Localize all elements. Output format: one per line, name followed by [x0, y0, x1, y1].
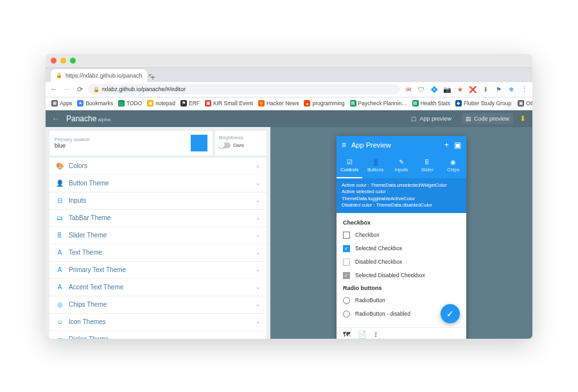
- preview-info-box: Active color : ThemeData.unselectedWidge…: [337, 178, 466, 213]
- add-icon[interactable]: +: [444, 141, 449, 149]
- lock-icon: 🔒: [93, 87, 100, 92]
- panel-icon: A: [56, 266, 64, 274]
- tab-label: Controls: [340, 167, 358, 173]
- maximize-window-button[interactable]: [70, 58, 76, 64]
- ext-icon[interactable]: ⬇: [481, 86, 490, 93]
- checkbox-item: Disabled Checkbox: [337, 255, 466, 269]
- panel-icon: 🗂: [56, 214, 64, 222]
- ext-icon[interactable]: ❄: [507, 86, 516, 93]
- hamburger-icon[interactable]: ≡: [342, 141, 346, 149]
- primary-swatch-card[interactable]: Primary swatch blue: [49, 131, 213, 155]
- bookmarks-bar: ▦Apps★Bookmarks□TODO▣notepad⚑ERF▣KIR Sma…: [46, 98, 532, 110]
- info-line: Active selected color :: [342, 189, 461, 196]
- checkbox-item[interactable]: ✓Selected Checkbox: [337, 242, 466, 255]
- panel-icon: 🎚: [56, 232, 64, 239]
- phone-preview: ≡ App Preview + ▣ ☑Controls👤Buttons✎Inpu…: [337, 136, 466, 339]
- checkbox-heading: Checkbox: [337, 217, 466, 228]
- bookmark-item[interactable]: ▤Paycheck Plannin…: [348, 100, 409, 107]
- chevron-down-icon: ⌄: [256, 284, 260, 290]
- editor-panel-item[interactable]: ⊟Inputs⌄: [49, 192, 267, 210]
- panel-icon: ▭: [56, 336, 64, 339]
- checkbox-label: Checkbox: [355, 232, 380, 238]
- ext-icon[interactable]: ⚑: [494, 86, 503, 93]
- app-back-button[interactable]: ←: [52, 114, 60, 123]
- tab-label: Slider: [421, 167, 434, 173]
- chevron-down-icon: ⌄: [256, 319, 260, 325]
- fab-button[interactable]: ✓: [441, 304, 460, 323]
- bookmark-icon: ⚑: [180, 100, 187, 107]
- nav-back-button[interactable]: ←: [49, 85, 58, 93]
- editor-panel-item[interactable]: ☺Icon Themes⌄: [49, 314, 267, 331]
- ext-icon[interactable]: ✉: [404, 86, 413, 93]
- preview-title: App Preview: [351, 141, 439, 149]
- chevron-down-icon: ⌄: [256, 232, 260, 238]
- close-window-button[interactable]: [51, 58, 57, 64]
- checkbox-item[interactable]: Checkbox: [337, 228, 466, 242]
- editor-panel-item[interactable]: AText Theme⌄: [49, 244, 267, 262]
- nav-reload-button[interactable]: ⟳: [75, 85, 84, 94]
- map-icon[interactable]: 🗺: [343, 330, 350, 338]
- editor-panel-item[interactable]: ◎Chips Theme⌄: [49, 296, 267, 314]
- app-preview-toggle[interactable]: ▢ App preview: [407, 115, 455, 122]
- bookmark-item[interactable]: ▣notepad: [145, 100, 177, 107]
- bookmark-item[interactable]: □TODO: [116, 100, 144, 107]
- editor-panel-item[interactable]: 👤Button Theme⌄: [49, 175, 267, 192]
- tab-label: Buttons: [367, 167, 383, 173]
- tab-icon: 🎚: [424, 158, 430, 166]
- download-button[interactable]: ⬇: [520, 114, 526, 123]
- bookmark-item[interactable]: ⚑ERF: [179, 100, 202, 107]
- bookmark-label: Health Stats: [421, 100, 450, 107]
- panel-label: Accent Text Theme: [69, 284, 123, 291]
- editor-panel-item[interactable]: AAccent Text Theme⌄: [49, 279, 267, 296]
- editor-panel-item[interactable]: 🎚Slider Theme⌄: [49, 227, 267, 244]
- code-preview-toggle[interactable]: ▤ Code preview: [462, 113, 513, 124]
- other-bookmarks-button[interactable]: ▣ Other Bookmarks: [516, 100, 532, 107]
- camera-icon[interactable]: ▣: [454, 141, 461, 149]
- bookmark-item[interactable]: ◆Flutter Study Group: [453, 100, 513, 107]
- tab-label: Chips: [447, 167, 459, 173]
- chevron-down-icon: ⌄: [256, 267, 260, 273]
- bookmark-icon: ●: [304, 100, 310, 107]
- preview-tab[interactable]: ☑Controls: [337, 154, 362, 178]
- panel-label: Dialog Theme: [69, 336, 109, 339]
- bookmark-item[interactable]: ▤Health Stats: [410, 100, 452, 107]
- browser-tab[interactable]: 🔒 https://rxlabz.github.io/panach ×: [51, 69, 147, 82]
- bookmark-item[interactable]: ●programming: [302, 100, 346, 107]
- radio-icon: [343, 311, 350, 318]
- browser-toolbar: ← → ⟳ 🔒 rxlabz.github.io/panache/#/edito…: [46, 82, 532, 98]
- browser-menu-button[interactable]: ⋮: [520, 85, 529, 94]
- bookmark-label: notepad: [155, 100, 175, 107]
- nav-forward-button[interactable]: →: [62, 85, 71, 93]
- editor-panel-item[interactable]: 🗂TabBar Theme⌄: [49, 210, 267, 227]
- preview-tab[interactable]: ◉Chips: [441, 154, 466, 178]
- editor-panel-item[interactable]: ▭Dialog Theme⌄: [49, 331, 267, 339]
- brightness-label: Brightness: [219, 135, 263, 141]
- file-icon[interactable]: 📄: [358, 330, 367, 339]
- ext-icon[interactable]: 📷: [442, 86, 451, 93]
- checkbox-label: Disabled Checkbox: [355, 259, 402, 265]
- bookmark-label: ERF: [189, 100, 200, 107]
- minimize-window-button[interactable]: [60, 58, 66, 64]
- brightness-toggle[interactable]: [219, 142, 231, 148]
- preview-tab[interactable]: 🎚Slider: [414, 154, 440, 178]
- chevron-down-icon: ⌄: [256, 336, 260, 339]
- bookmark-label: Paycheck Plannin…: [358, 100, 407, 107]
- ext-icon[interactable]: ★: [455, 86, 464, 93]
- editor-panel-item[interactable]: 🎨Colors⌄: [49, 158, 267, 175]
- bookmark-item[interactable]: ★Bookmarks: [75, 100, 115, 107]
- editor-panel-item[interactable]: APrimary Text Theme⌄: [49, 262, 267, 279]
- ext-icon[interactable]: 🛡: [417, 86, 426, 93]
- crop-icon[interactable]: ⟟: [374, 330, 377, 339]
- preview-tab[interactable]: ✎Inputs: [389, 154, 414, 178]
- new-tab-button[interactable]: +: [147, 73, 159, 82]
- bookmark-item[interactable]: ▣KIR Small Event: [203, 100, 255, 107]
- tab-icon: ✎: [399, 158, 404, 166]
- bookmark-item[interactable]: YHacker News: [256, 100, 301, 107]
- code-icon: ▤: [466, 115, 471, 122]
- ext-icon[interactable]: 💠: [430, 86, 439, 93]
- bookmark-item[interactable]: ▦Apps: [49, 100, 74, 107]
- ext-icon[interactable]: ❌: [468, 86, 477, 93]
- address-bar[interactable]: 🔒 rxlabz.github.io/panache/#/editor: [88, 84, 400, 94]
- preview-tab[interactable]: 👤Buttons: [362, 154, 388, 178]
- checkbox-icon: [343, 232, 350, 239]
